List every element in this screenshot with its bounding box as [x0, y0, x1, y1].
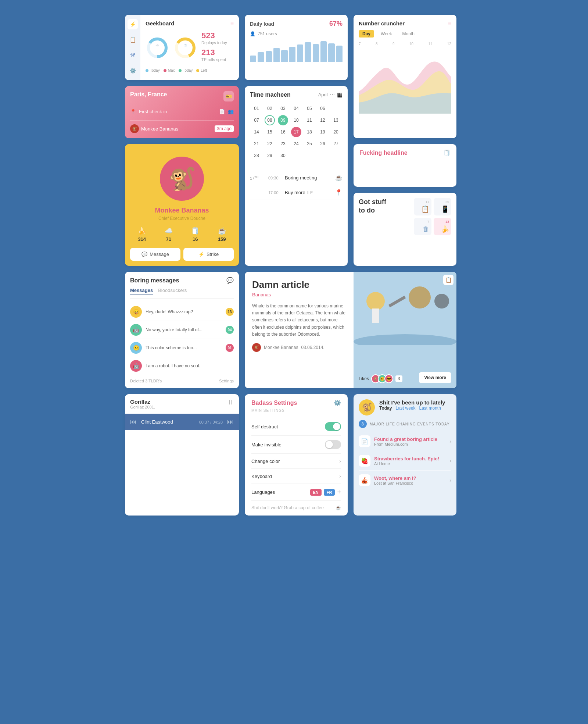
tab-week[interactable]: Week: [377, 30, 395, 38]
lang-add-icon[interactable]: +: [337, 488, 341, 496]
cal-cell-24[interactable]: 24: [291, 139, 301, 149]
cal-cell-19[interactable]: 19: [318, 127, 328, 137]
cal-cell-27[interactable]: 27: [331, 139, 341, 149]
sc-event-1[interactable]: 📄 Found a great boring article From Medi…: [359, 432, 451, 451]
bar-chart: [250, 40, 343, 62]
cal-cell-20[interactable]: 20: [331, 127, 341, 137]
da-overlay-icon: 📋: [443, 275, 453, 285]
bm-tab-bloodsuckers[interactable]: Bloodsuckers: [158, 288, 187, 295]
deploys-count: 523: [201, 31, 234, 40]
cal-cell-4[interactable]: 04: [291, 103, 301, 114]
cal-cell-9[interactable]: 09: [278, 115, 288, 125]
gs-item-2[interactable]: 25 📱: [434, 198, 451, 215]
sc-tab-lastweek[interactable]: Last week: [395, 406, 415, 411]
tm-dots-icon[interactable]: ···: [330, 92, 335, 98]
cal-cell-14[interactable]: 14: [251, 127, 262, 137]
cal-row-2: 07 08 09 10 11 12 13: [250, 115, 343, 125]
cal-cell-1[interactable]: 01: [251, 103, 262, 114]
sc-event-sub-2: At Home: [374, 461, 446, 466]
cal-cell-17[interactable]: 17: [291, 127, 301, 137]
menu-icon[interactable]: ≡: [230, 20, 234, 26]
monkey-profile-card: 🐒 Monkee Bananas Chief Executive Douche …: [125, 144, 239, 266]
bm-header: Boring messages 💬: [130, 277, 234, 284]
chevron-color: ›: [339, 458, 341, 464]
cal-cell-13[interactable]: 13: [331, 115, 341, 125]
sc-tab-today[interactable]: Today: [379, 406, 392, 411]
message-button[interactable]: 💬 Message: [130, 248, 180, 261]
cal-cell-15[interactable]: 15: [265, 127, 275, 137]
cal-cell-7[interactable]: 07: [251, 115, 262, 125]
likes-label: Likes: [359, 376, 369, 381]
lang-fr[interactable]: FR: [324, 489, 335, 496]
sc-tab-lastmonth[interactable]: Last month: [419, 406, 441, 411]
bs-item-selfdestruct: Self destruct: [251, 418, 341, 436]
bar-4: [273, 48, 280, 62]
cal-cell-30[interactable]: 30: [278, 150, 288, 161]
got-stuff-layout: Got stuffto do 11 📋 25 📱 7 🗑 13 🍌: [359, 198, 451, 235]
headline-title: Fucking headline: [359, 150, 408, 156]
bs-item-invisible: Make invisible: [251, 436, 341, 454]
bm-footer: Deleted 3 TLDR's Settings: [130, 379, 234, 383]
nc-menu-icon[interactable]: ≡: [448, 20, 451, 26]
strike-button[interactable]: ⚡ Strike: [183, 248, 234, 261]
cal-cell-28[interactable]: 28: [251, 150, 262, 161]
gs-item-num-3: 7: [427, 220, 429, 224]
sidebar-map-icon[interactable]: 🗺: [128, 50, 138, 60]
bs-gear-icon[interactable]: ⚙️: [334, 399, 341, 406]
sidebar-gear-icon[interactable]: ⚙️: [128, 65, 138, 76]
sc-count: 3: [359, 420, 367, 428]
cal-cell-23[interactable]: 23: [278, 139, 288, 149]
sc-event-3[interactable]: 🎪 Woot, where am I? Lost at San Francisc…: [359, 471, 451, 490]
bm-footer-right[interactable]: Settings: [219, 379, 234, 383]
cal-cell-18[interactable]: 18: [304, 127, 315, 137]
sidebar-list-icon[interactable]: 📋: [128, 35, 138, 45]
gs-item-3[interactable]: 7 🗑: [414, 218, 431, 235]
tab-day[interactable]: Day: [359, 30, 374, 38]
bm-item-1: 😄 Hey, dude! Whazzzzup? 13: [130, 303, 234, 321]
gs-item-num-1: 11: [426, 200, 429, 204]
tab-month[interactable]: Month: [398, 30, 418, 38]
cal-cell-21[interactable]: 21: [251, 139, 262, 149]
toggle-selfdestruct[interactable]: [325, 422, 341, 431]
gz-prev-button[interactable]: ⏮: [130, 418, 137, 426]
cal-cell-22[interactable]: 22: [265, 139, 275, 149]
cal-cell-5[interactable]: 05: [304, 103, 315, 114]
cal-row-5: 28 29 30: [250, 150, 343, 161]
cal-cell-10[interactable]: 10: [291, 115, 301, 125]
like-av-3: 😎: [384, 374, 393, 383]
bar-1: [250, 56, 256, 62]
lang-en[interactable]: EN: [310, 489, 322, 496]
badass-settings-card: Badass Settings ⚙️ MAIN SETTINGS Self de…: [245, 394, 348, 516]
cal-cell-3[interactable]: 03: [278, 103, 288, 114]
paris-time: 3m ago: [215, 125, 234, 132]
tm-grid-icon[interactable]: ▦: [337, 91, 343, 98]
gz-pause-icon[interactable]: ⏸: [227, 399, 234, 406]
view-more-button[interactable]: View more: [419, 372, 451, 383]
message-icon: 💬: [141, 252, 147, 257]
paris-user: 🐒 Monkee Bananas: [130, 124, 178, 133]
nc-axis: 7 8 9 10 11 12: [359, 42, 451, 46]
cal-cell-25[interactable]: 25: [304, 139, 315, 149]
bs-item-keyboard[interactable]: Keyboard ›: [251, 469, 341, 484]
sc-tabs: Today Last week Last month: [379, 406, 445, 411]
cal-cell-16[interactable]: 16: [278, 127, 288, 137]
legend-item-today1: Today: [146, 68, 160, 72]
toggle-invisible[interactable]: [325, 440, 341, 449]
cal-cell-12[interactable]: 12: [318, 115, 328, 125]
bs-footer-text: Shit don't work? Grab a cup of coffee: [251, 505, 324, 510]
bs-item-color[interactable]: Change color ›: [251, 454, 341, 469]
gz-next-button[interactable]: ⏭: [227, 418, 234, 426]
legend-item-today2: Today: [179, 68, 193, 72]
cal-cell-2[interactable]: 02: [265, 103, 275, 114]
toggle-knob-selfdestruct: [333, 423, 340, 430]
gs-item-4[interactable]: 13 🍌: [434, 218, 451, 235]
sc-event-2[interactable]: 🍓 Strawberries for lunch. Epic! At Home …: [359, 451, 451, 471]
bm-tab-messages[interactable]: Messages: [130, 288, 153, 295]
cal-cell-26[interactable]: 26: [318, 139, 328, 149]
cal-cell-6[interactable]: 06: [318, 103, 328, 114]
gs-item-1[interactable]: 11 📋: [414, 198, 431, 215]
cal-cell-8[interactable]: 08: [265, 115, 275, 125]
cal-cell-11[interactable]: 11: [304, 115, 315, 125]
sidebar-bolt-icon[interactable]: ⚡: [128, 19, 138, 29]
cal-cell-29[interactable]: 29: [265, 150, 275, 161]
